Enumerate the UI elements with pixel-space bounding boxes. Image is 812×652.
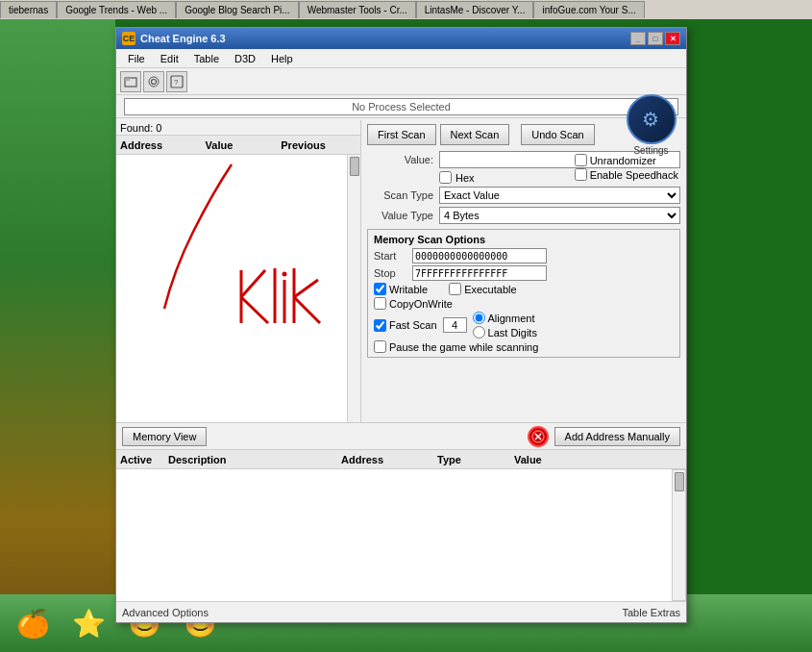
- copy-on-write-row: CopyOnWrite: [374, 297, 674, 310]
- memory-scan-options-box: Memory Scan Options Start Stop Writable: [367, 229, 680, 358]
- last-digits-radio-item: Last Digits: [473, 326, 537, 339]
- results-scrollbar[interactable]: [347, 155, 360, 422]
- scan-type-row: Scan Type Exact Value Bigger than... Sma…: [367, 187, 680, 204]
- scan-type-select[interactable]: Exact Value Bigger than... Smaller than.…: [439, 187, 680, 204]
- advanced-options-link[interactable]: Advanced Options: [122, 607, 209, 618]
- annotation-overlay: [116, 155, 360, 395]
- process-display[interactable]: No Process Selected: [124, 98, 678, 115]
- menu-d3d[interactable]: D3D: [227, 51, 263, 66]
- start-row: Start: [374, 248, 674, 263]
- unrandomizer-checkbox[interactable]: [575, 154, 587, 166]
- scan-type-label: Scan Type: [367, 189, 439, 201]
- last-digits-radio[interactable]: [473, 326, 485, 339]
- hex-label: Hex: [455, 172, 475, 184]
- writable-executable-row: Writable Executable: [374, 283, 674, 295]
- value-type-select[interactable]: Byte 2 Bytes 4 Bytes 8 Bytes Float: [439, 207, 680, 224]
- fast-scan-label: Fast Scan: [389, 319, 437, 331]
- copyonwrite-checkbox[interactable]: [374, 297, 386, 310]
- table-col-description: Description: [168, 454, 341, 465]
- table-footer: Advanced Options Table Extras: [116, 601, 686, 622]
- memory-view-button[interactable]: Memory View: [122, 427, 207, 446]
- maximize-button[interactable]: □: [648, 32, 663, 45]
- writable-checkbox[interactable]: [374, 283, 386, 295]
- help-button[interactable]: ?: [166, 71, 187, 92]
- last-digits-label: Last Digits: [488, 327, 537, 339]
- fast-scan-checkbox[interactable]: [374, 319, 386, 332]
- bottom-toolbar: Memory View Add Address Manually: [116, 422, 686, 449]
- game-fruit-0: 🍊: [10, 600, 56, 646]
- alignment-radio[interactable]: [473, 312, 485, 324]
- fast-scan-input[interactable]: [443, 317, 467, 333]
- settings-icon: ⚙: [627, 94, 677, 144]
- table-header: Active Description Address Type Value: [116, 450, 686, 469]
- settings2-button[interactable]: [143, 71, 164, 92]
- table-scrollbar-thumb[interactable]: [675, 472, 684, 491]
- menu-file[interactable]: File: [120, 51, 153, 66]
- browser-tab-2[interactable]: Google Blog Search Pi...: [176, 1, 299, 18]
- process-bar: No Process Selected: [116, 95, 686, 118]
- stop-scan-button[interactable]: [528, 426, 549, 447]
- start-input[interactable]: [412, 248, 547, 263]
- svg-text:⚙: ⚙: [642, 109, 659, 130]
- fast-scan-row: Fast Scan Alignment Last Digits: [374, 312, 674, 339]
- menu-table[interactable]: Table: [186, 51, 227, 66]
- table-col-active: Active: [120, 454, 168, 465]
- speedhack-label: Enable Speedhack: [590, 169, 678, 181]
- results-area: [116, 155, 360, 422]
- window-title: Cheat Engine 6.3: [140, 33, 630, 44]
- executable-checkbox[interactable]: [449, 283, 461, 295]
- scrollbar-thumb[interactable]: [350, 157, 359, 176]
- value-type-label: Value Type: [367, 210, 439, 221]
- stop-row: Stop: [374, 265, 674, 281]
- close-button[interactable]: ✕: [665, 32, 680, 45]
- left-panel: Found: 0 Address Value Previous: [116, 120, 361, 422]
- add-address-button[interactable]: Add Address Manually: [554, 427, 680, 446]
- next-scan-button[interactable]: Next Scan: [440, 124, 510, 145]
- menu-help[interactable]: Help: [263, 51, 301, 66]
- value-label: Value:: [367, 154, 439, 165]
- pause-checkbox[interactable]: [374, 340, 386, 353]
- title-bar-buttons: _ □ ✕: [630, 32, 680, 45]
- table-scrollbar[interactable]: [673, 469, 686, 601]
- browser-tab-5[interactable]: infoGue.com Your S...: [533, 1, 644, 18]
- memory-scan-title: Memory Scan Options: [374, 234, 674, 245]
- menu-edit[interactable]: Edit: [153, 51, 186, 66]
- table-body-wrapper: [116, 469, 686, 601]
- browser-chrome: tiebernas Google Trends - Web ... Google…: [0, 0, 812, 19]
- table-extras-link[interactable]: Table Extras: [622, 607, 680, 618]
- copyonwrite-label: CopyOnWrite: [389, 298, 453, 310]
- right-options: Unrandomizer Enable Speedhack: [575, 154, 678, 183]
- minimize-button[interactable]: _: [630, 32, 646, 45]
- unrandomizer-label: Unrandomizer: [590, 155, 656, 166]
- stop-input[interactable]: [412, 265, 547, 281]
- fast-scan-item: Fast Scan: [374, 319, 437, 332]
- alignment-label: Alignment: [488, 313, 535, 324]
- speedhack-item: Enable Speedhack: [575, 168, 678, 181]
- pause-row: Pause the game while scanning: [374, 340, 674, 353]
- bottom-table: Active Description Address Type Value Ad…: [116, 449, 686, 622]
- svg-point-7: [283, 272, 287, 277]
- value-type-row: Value Type Byte 2 Bytes 4 Bytes 8 Bytes …: [367, 207, 680, 224]
- copyonwrite-item: CopyOnWrite: [374, 297, 453, 310]
- column-address: Address: [120, 139, 206, 151]
- undo-scan-button[interactable]: Undo Scan: [521, 124, 594, 145]
- stop-label: Stop: [374, 267, 412, 279]
- browser-tab-0[interactable]: tiebernas: [0, 1, 57, 18]
- ce-window: CE Cheat Engine 6.3 _ □ ✕ File Edit Tabl…: [115, 27, 687, 623]
- hex-checkbox[interactable]: [439, 171, 452, 184]
- first-scan-button[interactable]: First Scan: [367, 124, 436, 145]
- column-value: Value: [206, 139, 282, 151]
- pause-label: Pause the game while scanning: [389, 341, 538, 353]
- alignment-col: Alignment Last Digits: [473, 312, 537, 339]
- table-col-type: Type: [437, 454, 514, 465]
- speedhack-checkbox[interactable]: [575, 168, 587, 181]
- browser-tab-1[interactable]: Google Trends - Web ...: [57, 1, 176, 18]
- column-previous: Previous: [281, 139, 357, 151]
- start-label: Start: [374, 250, 412, 262]
- executable-label: Executable: [464, 284, 516, 295]
- browser-tab-3[interactable]: Webmaster Tools - Cr...: [299, 1, 416, 18]
- browser-tab-4[interactable]: LintasMe - Discover Y...: [416, 1, 534, 18]
- settings-area[interactable]: ⚙ Settings: [620, 93, 682, 156]
- open-process-button[interactable]: [120, 71, 141, 92]
- toolbar: ?: [116, 68, 686, 95]
